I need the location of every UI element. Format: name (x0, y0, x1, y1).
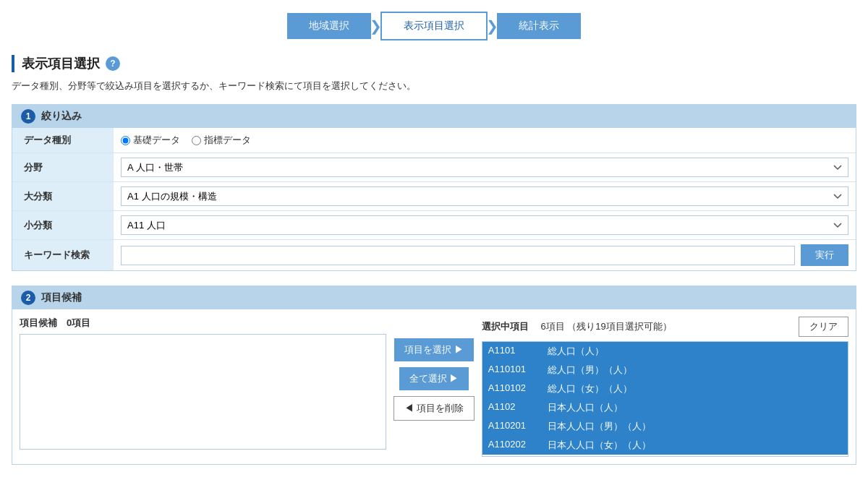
radio-basic-label: 基礎データ (133, 134, 180, 147)
subcategory-value: A11 人口 (114, 211, 856, 240)
item-name: 総人口（人） (548, 345, 604, 358)
selected-remaining: （残り19項目選択可能） (567, 321, 671, 332)
item-name: 総人口（男）（人） (548, 364, 632, 377)
item-name: 日本人人口（人） (548, 401, 623, 414)
item-code: A110102 (488, 382, 539, 395)
item-section: 2 項目候補 項目候補 0項目 項目を選択 ▶ 全て選択 ▶ (12, 286, 856, 465)
arrow2-icon: ❯ (486, 17, 498, 35)
keyword-input[interactable] (121, 246, 795, 265)
delete-button-label: ◀ 項目を削除 (404, 402, 464, 415)
field-select[interactable]: A 人口・世帯 (121, 158, 848, 177)
filter-section: 1 絞り込み データ種別 基礎データ 指標データ (12, 104, 856, 271)
category-value: A1 人口の規模・構造 (114, 182, 856, 211)
data-type-value: 基礎データ 指標データ (114, 128, 856, 153)
keyword-label: キーワード検索 (12, 240, 114, 271)
section1-header: 1 絞り込み (12, 105, 856, 128)
radio-basic[interactable]: 基礎データ (121, 134, 180, 147)
section2-number: 2 (21, 291, 35, 305)
category-label: 大分類 (12, 182, 114, 211)
selected-item[interactable]: A110201日本人人口（男）（人） (482, 417, 848, 436)
subtitle: データ種別、分野等で絞込み項目を選択するか、キーワード検索にて項目を選択してくだ… (12, 80, 856, 93)
radio-index-input[interactable] (192, 136, 201, 145)
keyword-input-group: 実行 (121, 244, 848, 266)
field-label: 分野 (12, 153, 114, 182)
section2-label: 項目候補 (41, 291, 82, 304)
item-name: 日本人人口（女）（人） (548, 439, 651, 452)
item-code: A110201 (488, 420, 539, 433)
item-code: A1102 (488, 401, 539, 414)
selected-item[interactable]: A110101総人口（男）（人） (482, 361, 848, 379)
selected-item[interactable]: A110102総人口（女）（人） (482, 379, 848, 398)
selected-header: 選択中項目 6項目 （残り19項目選択可能） クリア (482, 317, 848, 337)
subcategory-select[interactable]: A11 人口 (121, 215, 848, 235)
candidates-count: 0項目 (67, 317, 90, 328)
selected-panel: 選択中項目 6項目 （残り19項目選択可能） クリア A1101総人口（人）A1… (482, 317, 848, 457)
radio-index[interactable]: 指標データ (192, 134, 251, 147)
step-nav: 地域選択 ❯ 表示項目選択 ❯ 統計表示 (12, 12, 856, 40)
select-all-button[interactable]: 全て選択 ▶ (399, 367, 469, 390)
step3-btn[interactable]: 統計表示 (497, 13, 581, 39)
item-code: A110101 (488, 364, 539, 377)
item-code: A110202 (488, 439, 539, 452)
category-row: 大分類 A1 人口の規模・構造 (12, 182, 856, 211)
selected-item[interactable]: A110202日本人人口（女）（人） (482, 436, 848, 455)
category-select[interactable]: A1 人口の規模・構造 (121, 186, 848, 206)
selected-title: 選択中項目 (482, 321, 529, 332)
select-button-label: 項目を選択 ▶ (404, 343, 464, 356)
page-title: 表示項目選択 (22, 55, 100, 72)
selected-title-area: 選択中項目 6項目 （残り19項目選択可能） (482, 320, 672, 333)
radio-group: 基礎データ 指標データ (121, 134, 848, 147)
candidate-panel-title: 項目候補 0項目 (20, 317, 386, 330)
selected-item[interactable]: A1101総人口（人） (482, 342, 848, 361)
radio-index-label: 指標データ (204, 134, 251, 147)
help-icon[interactable]: ? (106, 56, 120, 71)
section1-number: 1 (21, 109, 35, 124)
keyword-row: キーワード検索 実行 (12, 240, 856, 271)
subcategory-label: 小分類 (12, 211, 114, 240)
step2-btn[interactable]: 表示項目選択 (380, 12, 488, 40)
selected-item[interactable]: A1102日本人人口（人） (482, 398, 848, 417)
field-row: 分野 A 人口・世帯 (12, 153, 856, 182)
exec-button[interactable]: 実行 (801, 244, 848, 266)
data-type-label: データ種別 (12, 128, 114, 153)
selected-count: 6項目 (540, 321, 564, 332)
radio-basic-input[interactable] (121, 136, 130, 145)
clear-button[interactable]: クリア (799, 317, 848, 337)
middle-buttons: 項目を選択 ▶ 全て選択 ▶ ◀ 項目を削除 (386, 317, 482, 421)
select-button[interactable]: 項目を選択 ▶ (394, 338, 474, 361)
candidate-panel: 項目候補 0項目 (20, 317, 386, 450)
item-code: A1101 (488, 345, 539, 358)
delete-button[interactable]: ◀ 項目を削除 (393, 396, 475, 421)
arrow1-icon: ❯ (370, 17, 382, 35)
filter-table: データ種別 基礎データ 指標データ 分野 (12, 128, 856, 270)
keyword-value: 実行 (114, 240, 856, 271)
page-title-bar: 表示項目選択 ? (12, 55, 856, 72)
item-name: 日本人人口（男）（人） (548, 420, 651, 433)
section1-label: 絞り込み (41, 110, 82, 123)
subcategory-row: 小分類 A11 人口 (12, 211, 856, 240)
section2-header: 2 項目候補 (12, 286, 856, 309)
candidates-title: 項目候補 (20, 317, 57, 328)
step1-btn[interactable]: 地域選択 (287, 13, 371, 39)
candidate-list[interactable] (20, 334, 386, 450)
field-value: A 人口・世帯 (114, 153, 856, 182)
select-all-button-label: 全て選択 ▶ (409, 372, 459, 385)
item-name: 総人口（女）（人） (548, 382, 632, 395)
selected-list[interactable]: A1101総人口（人）A110101総人口（男）（人）A110102総人口（女）… (482, 341, 848, 457)
data-type-row: データ種別 基礎データ 指標データ (12, 128, 856, 153)
item-body: 項目候補 0項目 項目を選択 ▶ 全て選択 ▶ ◀ 項目を削除 (12, 309, 856, 464)
